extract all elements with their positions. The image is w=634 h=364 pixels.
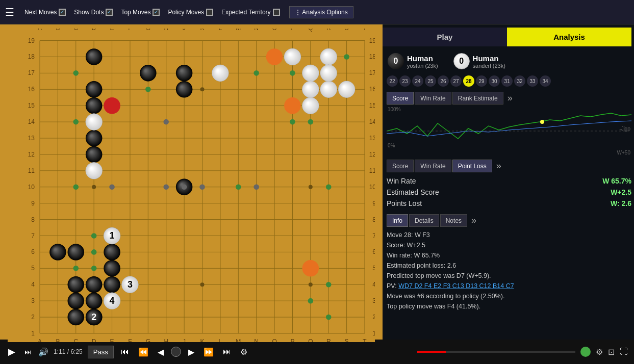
black-player-info: 0 Human yostan (23k) xyxy=(388,53,438,69)
stats-tab-score[interactable]: Score xyxy=(387,160,414,172)
move-num-33[interactable]: 33 xyxy=(527,75,538,87)
step-back-button[interactable]: ◀ xyxy=(156,345,166,359)
info-content: Move 28: W F3 Score: W+2.5 Win rate: W 6… xyxy=(387,230,631,311)
black-player-name: Human xyxy=(407,54,438,63)
pv-label: PV: xyxy=(387,282,397,290)
next-moves-checkbox[interactable] xyxy=(59,9,66,16)
white-player-info: 0 Human sanderl (23k) xyxy=(453,53,505,69)
show-dots-toggle[interactable]: Show Dots xyxy=(71,7,116,18)
players-row: 0 Human yostan (23k) 0 Human sanderl (23… xyxy=(383,49,634,73)
show-dots-checkbox[interactable] xyxy=(106,9,113,16)
expected-territory-checkbox[interactable] xyxy=(273,9,280,16)
info-tab-notes[interactable]: Notes xyxy=(440,214,467,227)
stats-expand-button[interactable]: » xyxy=(493,160,504,172)
move-num-22[interactable]: 22 xyxy=(387,75,398,87)
menu-icon[interactable]: ☰ xyxy=(5,6,14,18)
points-lost-row: Points Lost W: 2.6 xyxy=(387,198,631,209)
white-score: 0 xyxy=(459,57,464,66)
chart-tab-score[interactable]: Score xyxy=(387,92,414,105)
volume-icon[interactable]: 🔊 xyxy=(38,347,48,357)
next-moves-label: Next Moves xyxy=(24,9,57,16)
white-player-stone: 0 xyxy=(453,53,470,69)
policy-moves-label: Policy Moves xyxy=(168,9,204,16)
progress-bar[interactable] xyxy=(417,351,575,353)
move-num-27[interactable]: 27 xyxy=(450,75,462,87)
info-tabs: Info Details Notes » xyxy=(387,214,631,227)
top-moves-label: Top Moves xyxy=(121,9,150,16)
info-expand-button[interactable]: » xyxy=(468,214,479,227)
move-num-24[interactable]: 24 xyxy=(412,75,423,87)
toolbar: ☰ Next Moves Show Dots Top Moves Policy … xyxy=(0,0,634,24)
chart-jigo-label: -Jigo xyxy=(619,126,630,132)
stats-section: Score Win Rate Point Loss » Win Rate W 6… xyxy=(383,157,634,212)
top-move-info-line: Predicted top move was D7 (W+5.9). xyxy=(387,271,631,281)
black-player-rank: yostan (23k) xyxy=(407,63,438,69)
settings-icon[interactable]: ⚙ xyxy=(596,347,603,357)
right-panel: Play Analysis 0 Human yostan (23k) 0 xyxy=(383,24,634,340)
analysis-options-button[interactable]: ⋮ Analysis Options xyxy=(289,6,353,18)
chart-y-top: 100% xyxy=(388,107,401,112)
move-num-28[interactable]: 28 xyxy=(463,75,474,87)
move-num-29[interactable]: 29 xyxy=(476,75,487,87)
expected-territory-toggle[interactable]: Expected Territory xyxy=(218,7,283,18)
bottom-bar: ▶ ⏭ 🔊 1:11 / 6:25 Pass ⏮ ⏪ ◀ ▶ ⏩ ⏭ ⚙ ⚙ ⊡… xyxy=(0,340,634,364)
white-player-details: Human sanderl (23k) xyxy=(473,54,505,69)
win-rate-row: Win Rate W 65.7% xyxy=(387,175,631,187)
move-num-26[interactable]: 26 xyxy=(438,75,449,87)
chart-expand-button[interactable]: » xyxy=(504,92,516,105)
top-moves-toggle[interactable]: Top Moves xyxy=(118,7,163,18)
fullscreen-icon[interactable]: ⛶ xyxy=(620,347,628,356)
move-info-line: Move 28: W F3 xyxy=(387,230,631,240)
estimated-score-row: Estimated Score W+2.5 xyxy=(387,187,631,198)
chart-tab-rank[interactable]: Rank Estimate xyxy=(452,92,503,105)
chart-canvas: 100% 0% -Jigo W+50 xyxy=(387,106,631,157)
status-dot xyxy=(580,347,591,357)
black-player-details: Human yostan (23k) xyxy=(407,54,438,69)
chart-tabs: Score Win Rate Rank Estimate » xyxy=(387,92,631,105)
policy-moves-toggle[interactable]: Policy Moves xyxy=(165,7,216,18)
move-num-23[interactable]: 23 xyxy=(399,75,411,87)
move-num-34[interactable]: 34 xyxy=(540,75,551,87)
current-time: 1:11 xyxy=(54,348,65,355)
branch-icon[interactable]: ⚙ xyxy=(238,345,249,359)
stats-tab-pointloss[interactable]: Point Loss xyxy=(452,160,492,172)
next-moves-toggle[interactable]: Next Moves xyxy=(21,7,69,18)
theater-mode-icon[interactable]: ⊡ xyxy=(608,347,615,357)
step-forward-button[interactable]: ▶ xyxy=(186,345,196,359)
policy-moves-checkbox[interactable] xyxy=(206,9,213,16)
move-num-25[interactable]: 25 xyxy=(425,75,436,87)
info-tab-details[interactable]: Details xyxy=(409,214,439,227)
points-lost-value: W: 2.6 xyxy=(611,199,631,207)
chart-y-bottom: 0% xyxy=(388,143,395,148)
play-tab[interactable]: Play xyxy=(383,28,507,46)
move-num-30[interactable]: 30 xyxy=(489,75,500,87)
main-area: Play Analysis 0 Human yostan (23k) 0 xyxy=(0,24,634,340)
move-num-32[interactable]: 32 xyxy=(514,75,525,87)
chart-x-label: W+50 xyxy=(617,150,630,155)
pv-line: PV: WD7 D2 F4 E2 F3 C13 D13 C12 B14 C7 xyxy=(387,281,631,291)
points-lost-label: Points Lost xyxy=(387,199,422,207)
win-rate-info-line: Win rate: W 65.7% xyxy=(387,250,631,261)
top-moves-checkbox[interactable] xyxy=(153,9,160,16)
pass-button[interactable]: Pass xyxy=(88,346,114,358)
rewind-button[interactable]: ⏪ xyxy=(136,345,150,359)
skip-to-end-button[interactable]: ⏭ xyxy=(221,345,233,358)
next-frame-button[interactable]: ⏭ xyxy=(22,346,33,358)
info-tab-info[interactable]: Info xyxy=(387,214,408,227)
stats-tab-winrate[interactable]: Win Rate xyxy=(415,160,451,172)
play-pause-button[interactable]: ▶ xyxy=(6,344,17,359)
white-player-rank: sanderl (23k) xyxy=(473,63,505,69)
chart-tab-winrate[interactable]: Win Rate xyxy=(415,92,451,105)
time-display: 1:11 / 6:25 xyxy=(54,348,83,355)
policy-info-line: Move was #6 according to policy (2.50%). xyxy=(387,291,631,301)
fast-forward-button[interactable]: ⏩ xyxy=(201,345,216,359)
analysis-tab[interactable]: Analysis xyxy=(507,28,631,46)
skip-to-start-button[interactable]: ⏮ xyxy=(119,345,131,358)
progress-fill xyxy=(417,351,446,353)
estimated-score-label: Estimated Score xyxy=(387,188,439,196)
stats-tabs: Score Win Rate Point Loss » xyxy=(387,160,631,172)
right-header: Play Analysis xyxy=(383,24,634,49)
chart-section: Score Win Rate Rank Estimate » 100% 0% -… xyxy=(383,89,634,157)
pv-value[interactable]: WD7 D2 F4 E2 F3 C13 D13 C12 B14 C7 xyxy=(398,282,514,290)
move-num-31[interactable]: 31 xyxy=(501,75,513,87)
